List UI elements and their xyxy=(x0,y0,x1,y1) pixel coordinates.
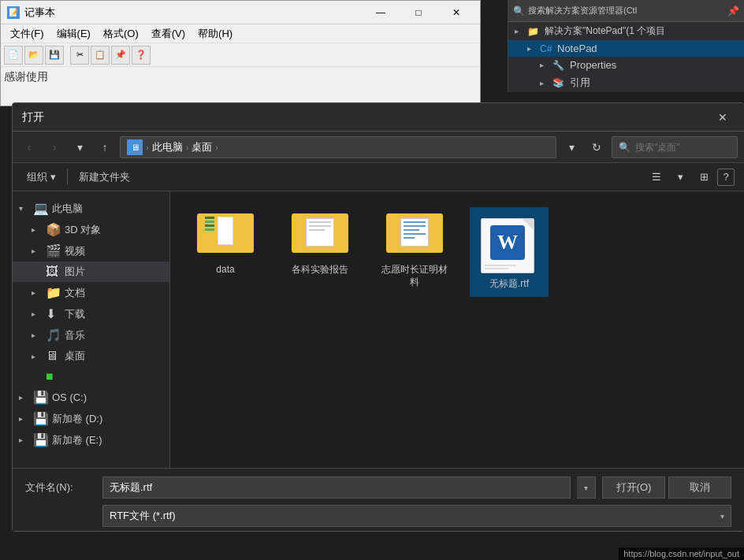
notepad-project-label: NotePad xyxy=(557,43,597,54)
sidebar-item-downloads[interactable]: ▸ ⬇ 下载 xyxy=(13,303,169,325)
search-box[interactable]: 🔍 xyxy=(612,136,738,158)
toolbar-separator xyxy=(65,46,69,65)
view-dropdown-button[interactable]: ▾ xyxy=(670,167,690,187)
word-file-icon: W xyxy=(481,213,538,273)
cancel-button[interactable]: 取消 xyxy=(668,477,731,499)
video-label: 视频 xyxy=(65,244,85,258)
toolbar-help[interactable]: ❓ xyxy=(132,46,151,65)
refresh-button[interactable]: ↻ xyxy=(586,137,607,158)
filetype-dropdown-text: RTF文件 (*.rtf) xyxy=(110,509,176,523)
expand-arrow-thispc: ▾ xyxy=(19,204,30,213)
organize-label: 组织 ▾ xyxy=(27,170,56,184)
menu-file[interactable]: 文件(F) xyxy=(4,25,50,43)
forward-button[interactable]: › xyxy=(44,137,65,158)
open-button[interactable]: 打开(O) xyxy=(602,477,665,499)
dialog-body: ▾ 💻 此电脑 ▸ 📦 3D 对象 ▸ 🎬 视频 🖼 图片 ▸ 📁 xyxy=(13,191,744,468)
file-item-data[interactable]: data xyxy=(186,207,265,297)
url-text: https://blog.csdn.net/input_out xyxy=(623,549,739,558)
notepad-project-icon: C# xyxy=(540,43,554,54)
desktop-label: 桌面 xyxy=(65,349,85,363)
sidebar-item-music[interactable]: ▸ 🎵 音乐 xyxy=(13,325,169,346)
vs-solution-item[interactable]: ▸ 📁 解决方案"NotePad"(1 个项目 xyxy=(508,22,744,40)
properties-expand-arrow: ▸ xyxy=(540,61,552,69)
volunteer-folder-icon xyxy=(386,213,443,259)
e-drive-label: 新加卷 (E:) xyxy=(52,433,102,447)
expand-arrow-d: ▸ xyxy=(19,414,30,423)
filename-dropdown-button[interactable]: ▾ xyxy=(577,477,596,499)
search-input[interactable] xyxy=(635,142,731,153)
sidebar-item-3dobjects[interactable]: ▸ 📦 3D 对象 xyxy=(13,219,169,240)
expand-arrow-video: ▸ xyxy=(32,247,43,255)
experiments-folder-label: 各科实验报告 xyxy=(292,264,348,276)
new-folder-button[interactable]: 新建文件夹 xyxy=(74,168,135,187)
sidebar-item-e[interactable]: ▸ 💾 新加卷 (E:) xyxy=(13,429,169,451)
downloads-icon: ⬇ xyxy=(46,306,61,321)
sidebar-item-pictures[interactable]: 🖼 图片 xyxy=(13,261,169,282)
menu-help[interactable]: 帮助(H) xyxy=(192,25,239,43)
sidebar-item-thispc[interactable]: ▾ 💻 此电脑 xyxy=(13,198,169,219)
references-expand-arrow: ▸ xyxy=(540,79,552,87)
help-button[interactable]: ? xyxy=(717,169,735,186)
menu-format[interactable]: 格式(O) xyxy=(97,25,145,43)
sidebar-item-c[interactable]: ▸ 💾 OS (C:) xyxy=(13,387,169,408)
close-button[interactable]: ✕ xyxy=(439,1,474,24)
filename-row: 文件名(N): ▾ 打开(O) 取消 xyxy=(25,477,731,499)
dialog-close-button[interactable]: ✕ xyxy=(711,106,735,129)
breadcrumb-separator-3: › xyxy=(215,143,218,152)
dialog-addressbar: ‹ › ▾ ↑ 🖥 › 此电脑 › 桌面 › ▾ ↻ 🔍 xyxy=(13,132,744,163)
expand-arrow-desktop: ▸ xyxy=(32,352,43,361)
sidebar-item-desktop[interactable]: ▸ 🖥 桌面 xyxy=(13,346,169,366)
data-folder-icon xyxy=(197,213,254,259)
sidebar-item-documents[interactable]: ▸ 📁 文档 xyxy=(13,282,169,303)
file-item-experiments[interactable]: 各科实验报告 xyxy=(281,207,359,297)
menu-view[interactable]: 查看(V) xyxy=(145,25,192,43)
d-drive-label: 新加卷 (D:) xyxy=(52,412,102,426)
breadcrumb-pc[interactable]: 此电脑 xyxy=(152,140,183,154)
toolbar-copy[interactable]: 📋 xyxy=(91,46,110,65)
breadcrumb-desktop[interactable]: 桌面 xyxy=(192,140,212,154)
notepad-title: 记事本 xyxy=(24,6,363,20)
breadcrumb-separator-2: › xyxy=(186,143,189,152)
expand-arrow-c: ▸ xyxy=(19,393,30,402)
organize-button[interactable]: 组织 ▾ xyxy=(22,168,61,187)
experiments-folder-icon xyxy=(292,213,348,259)
pictures-label: 图片 xyxy=(65,265,85,279)
view-list-button[interactable]: ☰ xyxy=(646,167,667,187)
file-item-untitled[interactable]: W 无标题.rtf xyxy=(470,207,549,297)
notepad-content: 感谢使用 xyxy=(1,67,480,87)
address-bar[interactable]: 🖥 › 此电脑 › 桌面 › xyxy=(120,136,556,158)
minimize-button[interactable]: — xyxy=(363,1,398,24)
sidebar-item-green[interactable]: ■ xyxy=(13,366,169,387)
c-drive-icon: 💾 xyxy=(33,390,49,405)
music-icon: 🎵 xyxy=(46,328,61,343)
toolbar-cut[interactable]: ✂ xyxy=(70,46,89,65)
vs-references-item[interactable]: ▸ 📚 引用 xyxy=(508,73,744,92)
filetype-dropdown[interactable]: RTF文件 (*.rtf) ▾ xyxy=(102,505,731,527)
toolbar-open[interactable]: 📂 xyxy=(24,46,43,65)
toolbar-paste[interactable]: 📌 xyxy=(111,46,130,65)
vs-notepad-item[interactable]: ▸ C# NotePad xyxy=(508,40,744,57)
sidebar-item-d[interactable]: ▸ 💾 新加卷 (D:) xyxy=(13,408,169,429)
vs-properties-item[interactable]: ▸ 🔧 Properties xyxy=(508,57,744,73)
toolbar-new[interactable]: 📄 xyxy=(4,46,23,65)
filename-input[interactable] xyxy=(102,477,571,499)
sidebar: ▾ 💻 此电脑 ▸ 📦 3D 对象 ▸ 🎬 视频 🖼 图片 ▸ 📁 xyxy=(13,191,170,468)
dropdown-button[interactable]: ▾ xyxy=(561,137,582,158)
up-button[interactable]: ↑ xyxy=(95,137,115,158)
recent-locations-button[interactable]: ▾ xyxy=(69,137,90,158)
notepad-toolbar: 📄 📂 💾 ✂ 📋 📌 ❓ xyxy=(1,43,480,67)
breadcrumb-separator-1: › xyxy=(146,143,149,152)
expand-arrow-music: ▸ xyxy=(32,331,43,339)
sidebar-item-video[interactable]: ▸ 🎬 视频 xyxy=(13,240,169,261)
downloads-label: 下载 xyxy=(65,307,85,321)
view-details-button[interactable]: ⊞ xyxy=(694,167,714,187)
back-button[interactable]: ‹ xyxy=(19,137,39,158)
thispc-label: 此电脑 xyxy=(52,202,83,216)
vs-search-bar: 🔍 搜索解决方案资源管理器(Ctl 📌 xyxy=(508,0,744,22)
file-item-volunteer[interactable]: 志愿时长证明材料 xyxy=(375,207,454,297)
vs-pin-icon[interactable]: 📌 xyxy=(727,6,739,17)
maximize-button[interactable]: □ xyxy=(401,1,436,24)
toolbar-save[interactable]: 💾 xyxy=(45,46,64,65)
menu-edit[interactable]: 编辑(E) xyxy=(50,25,97,43)
search-icon: 🔍 xyxy=(513,6,525,17)
